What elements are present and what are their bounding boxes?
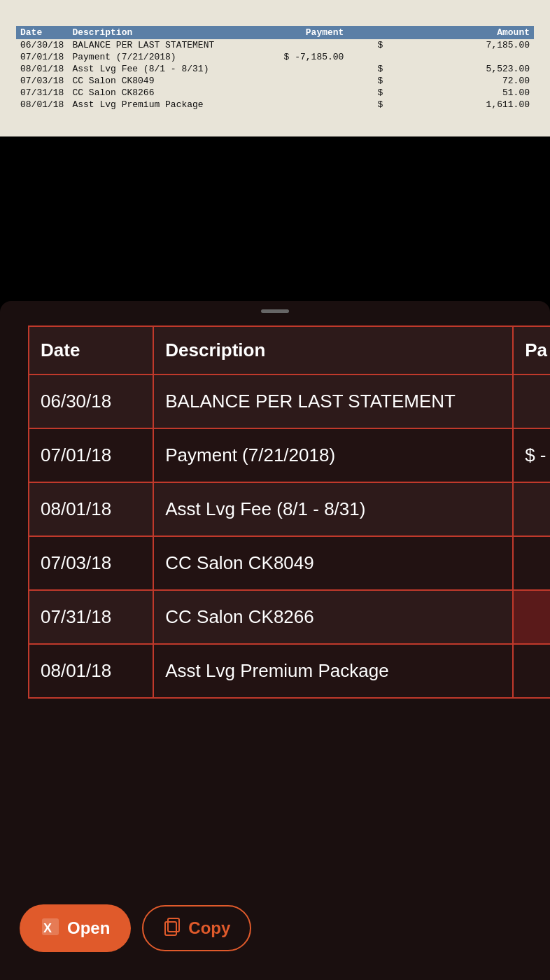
cell-amount-sym: $: [348, 87, 387, 99]
cell-desc: CC Salon CK8049: [68, 75, 250, 87]
cell-desc: Asst Lvg Premium Package: [68, 99, 250, 111]
zoomed-table-wrapper: Date Description Pa 06/30/18 BALANCE PER…: [0, 326, 550, 699]
cell-date: 07/03/18: [16, 75, 68, 87]
cell-desc: CC Salon CK8049: [153, 536, 513, 590]
table-row: 07/03/18 CC Salon CK8049: [29, 536, 550, 590]
cell-amount-sym: [348, 51, 387, 63]
cell-amount-val: 1,611.00: [387, 99, 534, 111]
cell-desc: CC Salon CK8266: [68, 87, 250, 99]
copy-button[interactable]: Copy: [142, 905, 251, 951]
cell-payment: [513, 374, 550, 428]
cell-date: 07/01/18: [29, 428, 153, 482]
cell-date: 08/01/18: [16, 99, 68, 111]
cell-payment: [250, 63, 348, 75]
cell-date: 06/30/18: [29, 374, 153, 428]
cell-payment: [250, 75, 348, 87]
cell-amount-val: 5,523.00: [387, 63, 534, 75]
table-row: 07/31/18 CC Salon CK8266: [29, 590, 550, 644]
cell-date: 08/01/18: [29, 482, 153, 536]
cell-amount-val: 7,185.00: [387, 39, 534, 51]
cell-payment: [250, 39, 348, 51]
zoomed-col-desc-header: Description: [153, 326, 513, 374]
black-gap: [0, 136, 550, 315]
zoomed-col-pay-header: Pa: [513, 326, 550, 374]
table-row: 06/30/18 BALANCE PER LAST STATEMENT: [29, 374, 550, 428]
drag-handle[interactable]: [261, 309, 289, 313]
col-date-header: Date: [16, 26, 68, 39]
open-label: Open: [67, 918, 110, 938]
cell-date: 07/31/18: [29, 590, 153, 644]
table-row: 07/03/18 CC Salon CK8049 $ 72.00: [16, 75, 534, 87]
cell-amount-sym: $: [348, 99, 387, 111]
svg-rect-2: [168, 918, 179, 932]
excel-icon: X: [41, 917, 60, 939]
cell-desc: BALANCE PER LAST STATEMENT: [153, 374, 513, 428]
cell-date: 08/01/18: [16, 63, 68, 75]
table-row: 06/30/18 BALANCE PER LAST STATEMENT $ 7,…: [16, 39, 534, 51]
cell-desc: CC Salon CK8266: [153, 590, 513, 644]
cell-amount-val: 51.00: [387, 87, 534, 99]
cell-date: 07/31/18: [16, 87, 68, 99]
svg-text:X: X: [43, 921, 52, 935]
receipt-table-top: Date Description Payment Amount 06/30/18…: [16, 26, 534, 111]
table-row: 08/01/18 Asst Lvg Premium Package: [29, 644, 550, 698]
cell-amount-sym: $: [348, 39, 387, 51]
copy-label: Copy: [188, 918, 230, 938]
cell-amount-sym: $: [348, 63, 387, 75]
table-row: 08/01/18 Asst Lvg Fee (8/1 - 8/31) $ 5,5…: [16, 63, 534, 75]
cell-payment: [513, 644, 550, 698]
col-desc-header: Description: [68, 26, 250, 39]
cell-amount-sym: $: [348, 75, 387, 87]
cell-desc: Asst Lvg Fee (8/1 - 8/31): [153, 482, 513, 536]
cell-payment: [513, 482, 550, 536]
cell-payment: $ -: [513, 428, 550, 482]
receipt-image-area: Date Description Payment Amount 06/30/18…: [0, 0, 550, 136]
cell-desc: Payment (7/21/2018): [153, 428, 513, 482]
table-row: 07/01/18 Payment (7/21/2018) $ -: [29, 428, 550, 482]
cell-amount-val: [387, 51, 534, 63]
cell-payment: [250, 87, 348, 99]
open-button[interactable]: X Open: [20, 904, 131, 952]
cell-desc: Payment (7/21/2018): [68, 51, 250, 63]
cell-date: 07/03/18: [29, 536, 153, 590]
col-payment-header: Payment: [250, 26, 348, 39]
cell-payment: $ -7,185.00: [250, 51, 348, 63]
table-row: 07/01/18 Payment (7/21/2018) $ -7,185.00: [16, 51, 534, 63]
cell-desc: Asst Lvg Fee (8/1 - 8/31): [68, 63, 250, 75]
cell-amount-val: 72.00: [387, 75, 534, 87]
table-row: 07/31/18 CC Salon CK8266 $ 51.00: [16, 87, 534, 99]
svg-rect-3: [165, 922, 176, 935]
cell-desc: BALANCE PER LAST STATEMENT: [68, 39, 250, 51]
action-bar: X Open Copy: [0, 904, 550, 952]
cell-date: 06/30/18: [16, 39, 68, 51]
cell-payment: [513, 536, 550, 590]
cell-payment: [513, 590, 550, 644]
cell-date: 07/01/18: [16, 51, 68, 63]
col-amount-header: Amount: [348, 26, 534, 39]
table-row: 08/01/18 Asst Lvg Fee (8/1 - 8/31): [29, 482, 550, 536]
cell-date: 08/01/18: [29, 644, 153, 698]
copy-icon: [163, 918, 181, 939]
table-row: 08/01/18 Asst Lvg Premium Package $ 1,61…: [16, 99, 534, 111]
bottom-sheet: Date Description Pa 06/30/18 BALANCE PER…: [0, 301, 550, 980]
zoomed-col-date-header: Date: [29, 326, 153, 374]
cell-payment: [250, 99, 348, 111]
zoomed-table: Date Description Pa 06/30/18 BALANCE PER…: [28, 326, 550, 699]
cell-desc: Asst Lvg Premium Package: [153, 644, 513, 698]
